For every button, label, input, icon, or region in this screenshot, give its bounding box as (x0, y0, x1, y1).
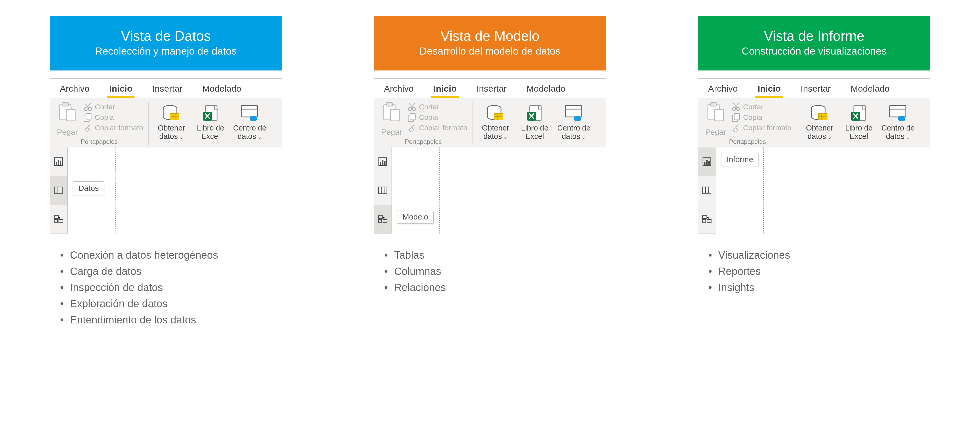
tab-inicio[interactable]: Inicio (423, 79, 466, 98)
header-card: Vista de Informe Construcción de visuali… (698, 16, 931, 70)
cut-button[interactable]: Cortar (407, 103, 467, 111)
tab-modelado[interactable]: Modelado (840, 79, 899, 98)
excel-book-button[interactable]: Libro de Excel (839, 102, 878, 141)
group-data: Obtener datos⌄ Libro de Excel Centro de … (149, 102, 272, 145)
bullet-item: Visualizaciones (708, 247, 931, 263)
bullet-list: Conexión a datos heterogéneosCarga de da… (49, 247, 282, 328)
bar-chart-icon (702, 157, 712, 167)
group-data: Obtener datos⌄ Libro de Excel Centro de … (473, 102, 597, 145)
cut-button[interactable]: Cortar (83, 103, 143, 111)
tab-insertar[interactable]: Insertar (791, 79, 840, 98)
powerbi-ribbon: ArchivoInicioInsertarModelado Pegar (49, 78, 282, 234)
view-tooltip: Informe (721, 153, 759, 166)
bullet-item: Conexión a datos heterogéneos (60, 247, 282, 263)
header-card: Vista de Datos Recolección y manejo de d… (49, 16, 282, 70)
bullet-item: Entendimiento de los datos (60, 312, 282, 328)
ribbon-tabs: ArchivoInicioInsertarModelado (50, 79, 282, 98)
tab-modelado[interactable]: Modelado (516, 79, 575, 98)
get-data-button[interactable]: Obtener datos⌄ (476, 102, 515, 141)
paste-icon (57, 102, 77, 127)
excel-book-button[interactable]: Libro de Excel (515, 102, 554, 141)
view-tooltip: Datos (73, 181, 104, 195)
chevron-down-icon: ⌄ (179, 134, 184, 140)
view-model-button[interactable] (374, 205, 391, 234)
header-subtitle: Recolección y manejo de datos (95, 45, 237, 57)
get-data-button[interactable]: Obtener datos⌄ (152, 102, 191, 141)
bullet-list: TablasColumnasRelaciones (374, 247, 606, 296)
header-title: Vista de Modelo (441, 28, 539, 44)
header-subtitle: Desarrollo del modelo de datos (420, 45, 560, 57)
column: Vista de Informe Construcción de visuali… (698, 16, 931, 328)
database-icon (161, 103, 181, 123)
copy-icon (83, 113, 92, 122)
bullet-item: Reportes (708, 263, 931, 279)
data-center-button[interactable]: Centro de datos⌄ (230, 102, 269, 141)
paste-label: Pegar (381, 128, 402, 137)
copy-format-button[interactable]: Copiar formato (83, 124, 143, 132)
view-switcher (50, 148, 68, 234)
bullet-item: Insights (708, 279, 931, 296)
group-data: Obtener datos⌄ Libro de Excel Centro de … (797, 102, 921, 145)
tab-inicio[interactable]: Inicio (748, 79, 791, 98)
copy-icon (407, 113, 416, 122)
ribbon-body: Pegar Cortar Copia (698, 98, 930, 148)
bullet-item: Inspección de datos (60, 279, 282, 296)
data-center-icon (888, 103, 908, 123)
paste-label: Pegar (57, 128, 78, 137)
get-data-button[interactable]: Obtener datos⌄ (800, 102, 839, 141)
bullet-item: Relaciones (384, 279, 606, 296)
paste-button[interactable]: Pegar (701, 102, 730, 137)
paste-button[interactable]: Pegar (53, 102, 82, 137)
column: Vista de Datos Recolección y manejo de d… (49, 16, 282, 328)
bar-chart-icon (54, 157, 64, 167)
view-switcher (374, 148, 392, 234)
view-report-button[interactable] (698, 148, 716, 176)
tab-insertar[interactable]: Insertar (466, 79, 516, 98)
copy-button[interactable]: Copia (732, 113, 791, 122)
view-model-button[interactable] (50, 205, 67, 234)
paste-icon (706, 102, 725, 127)
powerbi-ribbon: ArchivoInicioInsertarModelado Pegar (698, 78, 931, 234)
group-clipboard: Pegar Cortar Copia (374, 102, 473, 145)
tab-archivo[interactable]: Archivo (50, 79, 99, 98)
database-icon (485, 103, 506, 123)
column: Vista de Modelo Desarrollo del modelo de… (374, 16, 606, 328)
copy-button[interactable]: Copia (407, 113, 467, 122)
copy-format-button[interactable]: Copiar formato (732, 124, 791, 132)
tab-archivo[interactable]: Archivo (698, 79, 748, 98)
tab-archivo[interactable]: Archivo (374, 79, 423, 98)
chevron-down-icon: ⌄ (257, 134, 262, 140)
table-icon (378, 186, 388, 195)
group-clipboard: Pegar Cortar Copia (50, 102, 149, 145)
data-center-button[interactable]: Centro de datos⌄ (878, 102, 918, 141)
data-center-button[interactable]: Centro de datos⌄ (554, 102, 593, 141)
group-label: Portapapeles (729, 138, 766, 145)
tab-insertar[interactable]: Insertar (142, 79, 192, 98)
view-data-button[interactable] (374, 176, 391, 205)
tab-inicio[interactable]: Inicio (99, 79, 142, 98)
view-report-button[interactable] (374, 148, 391, 176)
excel-icon (525, 103, 544, 123)
guide-line (763, 148, 764, 234)
tab-modelado[interactable]: Modelado (192, 79, 251, 98)
data-center-icon (240, 103, 259, 123)
group-label: Portapapeles (405, 138, 442, 145)
view-data-button[interactable] (698, 176, 716, 205)
view-model-button[interactable] (698, 205, 716, 234)
paste-button[interactable]: Pegar (377, 102, 406, 137)
data-center-icon (564, 103, 584, 123)
copy-button[interactable]: Copia (83, 113, 143, 122)
copy-format-button[interactable]: Copiar formato (407, 124, 467, 132)
excel-book-button[interactable]: Libro de Excel (191, 102, 230, 141)
view-area: Datos (50, 148, 282, 234)
bullet-item: Columnas (384, 263, 606, 279)
bar-chart-icon (378, 157, 388, 167)
view-report-button[interactable] (50, 148, 67, 176)
view-data-button[interactable] (50, 176, 67, 205)
excel-icon (849, 103, 869, 123)
canvas: Datos (68, 148, 282, 234)
guide-line (439, 148, 440, 234)
ribbon-tabs: ArchivoInicioInsertarModelado (698, 79, 930, 98)
cut-button[interactable]: Cortar (732, 103, 791, 111)
header-title: Vista de Informe (764, 28, 865, 44)
